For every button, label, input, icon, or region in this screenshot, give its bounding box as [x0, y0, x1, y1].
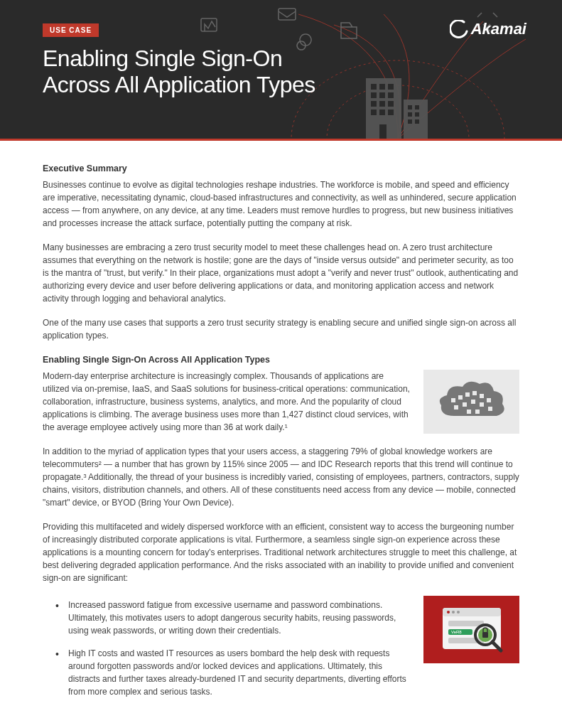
- svg-rect-21: [408, 119, 412, 124]
- brand-swoosh-icon: [450, 20, 468, 38]
- svg-rect-23: [201, 18, 217, 31]
- risk-item-1: Increased password fatigue from excessiv…: [68, 599, 415, 637]
- svg-rect-29: [480, 394, 484, 398]
- risk-item-2: High IT costs and wasted IT resources as…: [68, 647, 415, 698]
- sso-heading: Enabling Single Sign-On Across All Appli…: [43, 353, 519, 367]
- exec-summary-p1: Businesses continue to evolve as digital…: [43, 178, 519, 230]
- svg-rect-33: [471, 400, 475, 404]
- svg-rect-31: [454, 405, 458, 410]
- svg-rect-30: [487, 398, 491, 402]
- exec-summary-p3: One of the many use cases that supports …: [43, 316, 519, 342]
- svg-point-40: [447, 611, 450, 614]
- svg-rect-28: [472, 391, 477, 395]
- svg-rect-14: [379, 109, 385, 115]
- svg-rect-50: [482, 632, 488, 638]
- svg-rect-16: [379, 124, 387, 139]
- brand-logo: Akamai: [450, 20, 526, 38]
- cloud-illustration: [423, 370, 519, 434]
- svg-rect-34: [480, 402, 484, 407]
- svg-rect-43: [448, 621, 484, 626]
- svg-text:VeR8: VeR8: [451, 630, 462, 634]
- risk-list: Increased password fatigue from excessiv…: [43, 599, 415, 698]
- svg-rect-12: [388, 101, 394, 107]
- svg-rect-36: [467, 410, 471, 414]
- svg-point-42: [457, 611, 460, 614]
- risk-bullets-block: Increased password fatigue from excessiv…: [43, 596, 519, 708]
- svg-rect-22: [415, 119, 419, 124]
- password-illustration: VeR8: [423, 596, 519, 663]
- brand-name: Akamai: [471, 20, 526, 38]
- svg-rect-15: [388, 109, 394, 115]
- svg-rect-17: [408, 105, 412, 109]
- svg-rect-3: [404, 100, 428, 139]
- sso-p3: Providing this multifaceted and widely d…: [43, 520, 519, 584]
- svg-rect-19: [408, 112, 412, 117]
- svg-rect-20: [415, 112, 419, 117]
- title-line-1: Enabling Single Sign-On: [43, 46, 282, 71]
- header-banner: Akamai USE CASE Enabling Single Sign-On …: [0, 0, 562, 139]
- svg-rect-10: [371, 101, 377, 107]
- svg-rect-24: [279, 9, 296, 20]
- svg-rect-35: [488, 407, 492, 411]
- exec-summary-p2: Many businesses are embracing a zero tru…: [43, 241, 519, 305]
- svg-rect-26: [458, 395, 463, 400]
- exec-summary-heading: Executive Summary: [43, 162, 519, 176]
- document-page: Akamai USE CASE Enabling Single Sign-On …: [0, 0, 562, 728]
- content-body: Executive Summary Businesses continue to…: [0, 141, 562, 728]
- use-case-badge: USE CASE: [43, 23, 99, 37]
- svg-point-41: [452, 611, 455, 614]
- svg-rect-27: [465, 392, 470, 397]
- svg-rect-25: [451, 398, 455, 402]
- svg-rect-39: [443, 608, 501, 616]
- svg-rect-18: [415, 105, 419, 109]
- svg-rect-13: [371, 109, 377, 115]
- svg-rect-32: [463, 402, 467, 407]
- page-title: Enabling Single Sign-On Across All Appli…: [43, 46, 519, 98]
- svg-rect-11: [379, 101, 385, 107]
- title-line-2: Across All Application Types: [43, 72, 315, 97]
- svg-rect-37: [475, 410, 480, 414]
- sso-p2: In addition to the myriad of application…: [43, 445, 519, 509]
